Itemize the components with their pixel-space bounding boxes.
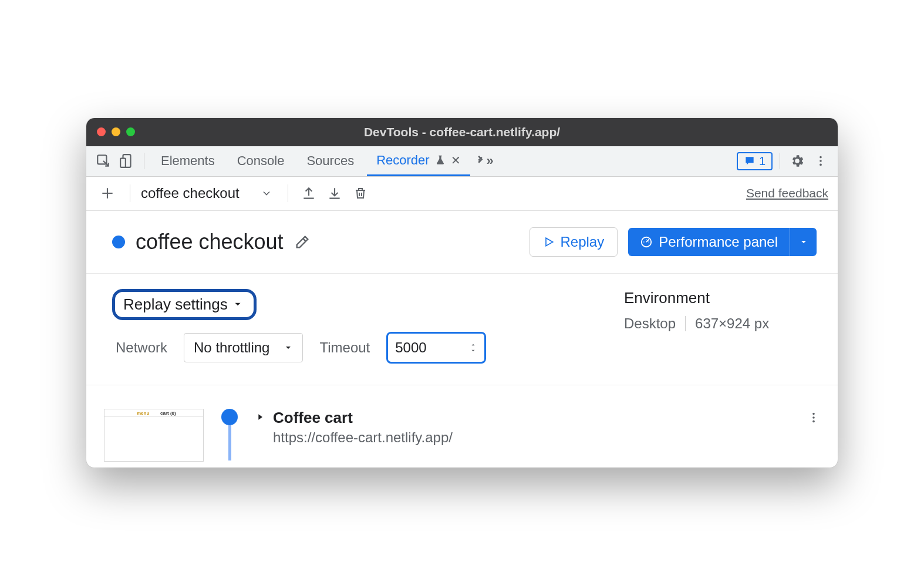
step-thumbnail[interactable]: menucart (0) [104, 409, 204, 462]
svg-point-3 [820, 156, 822, 159]
recording-status-dot [112, 236, 125, 248]
svg-point-7 [812, 412, 815, 415]
settings-icon[interactable] [787, 151, 807, 171]
separator [780, 153, 780, 169]
timeline-dot [221, 409, 238, 425]
recording-name: coffee checkout [141, 185, 240, 201]
tab-label: Elements [161, 153, 215, 169]
performance-panel-button[interactable]: Performance panel [628, 228, 790, 256]
replay-label: Replay [561, 234, 605, 250]
recorder-toolbar: coffee checkout Send feedback [86, 177, 838, 211]
minimize-window-button[interactable] [112, 127, 120, 136]
export-icon[interactable] [299, 183, 319, 203]
performance-dropdown-button[interactable] [790, 228, 817, 256]
new-recording-button[interactable] [96, 181, 119, 205]
step-title: Coffee cart [273, 409, 453, 427]
issues-count: 1 [759, 154, 765, 168]
chevron-down-icon [261, 187, 272, 199]
recording-steps: menucart (0) Coffee cart https://coffee-… [86, 385, 838, 468]
performance-label: Performance panel [659, 234, 778, 250]
caret-down-icon [284, 343, 293, 352]
recording-title: coffee checkout [136, 230, 284, 254]
inspect-element-icon[interactable] [93, 151, 113, 171]
network-throttling-select[interactable]: No throttling [184, 333, 303, 362]
more-tabs-icon[interactable]: » [474, 151, 494, 171]
svg-point-8 [812, 416, 815, 419]
svg-rect-2 [120, 159, 126, 167]
caret-down-icon [232, 299, 243, 310]
separator [288, 184, 288, 202]
flask-icon [434, 154, 446, 166]
tab-label: Recorder [376, 153, 429, 168]
performance-button-group: Performance panel [628, 228, 817, 256]
device-toolbar-icon[interactable] [117, 151, 137, 171]
throttling-value: No throttling [194, 339, 269, 356]
window-title: DevTools - coffee-cart.netlify.app/ [86, 125, 838, 139]
edit-title-icon[interactable] [294, 234, 311, 250]
separator [144, 153, 144, 169]
timeout-input[interactable]: 5000 [386, 332, 486, 364]
replay-settings-toggle[interactable]: Replay settings [112, 289, 257, 320]
tab-label: Console [237, 153, 285, 169]
step-url: https://coffee-cart.netlify.app/ [273, 429, 453, 446]
timeout-label: Timeout [319, 339, 370, 356]
recording-selector[interactable]: coffee checkout [141, 185, 277, 201]
titlebar: DevTools - coffee-cart.netlify.app/ [86, 118, 838, 146]
tab-sources[interactable]: Sources [297, 146, 363, 176]
svg-point-9 [812, 420, 815, 422]
tab-console[interactable]: Console [228, 146, 294, 176]
separator [685, 316, 686, 331]
tab-elements[interactable]: Elements [151, 146, 224, 176]
maximize-window-button[interactable] [126, 127, 135, 136]
traffic-lights [97, 127, 135, 136]
close-window-button[interactable] [97, 127, 106, 136]
play-icon [543, 236, 555, 248]
svg-point-4 [820, 160, 822, 162]
devtools-tabstrip: Elements Console Sources Recorder ✕ » 1 [86, 146, 838, 177]
delete-icon[interactable] [350, 183, 370, 203]
stepper-icon[interactable] [469, 342, 477, 354]
replay-settings-panel: Replay settings Network No throttling Ti… [86, 274, 838, 385]
recording-header: coffee checkout Replay Performance panel [86, 211, 838, 274]
separator [130, 184, 130, 202]
replay-button[interactable]: Replay [530, 227, 618, 257]
svg-point-5 [820, 164, 822, 166]
caret-down-icon [799, 237, 808, 247]
tab-label: Sources [306, 153, 354, 169]
devtools-window: DevTools - coffee-cart.netlify.app/ Elem… [86, 118, 838, 468]
gauge-icon [640, 236, 653, 248]
step-menu-icon[interactable] [807, 411, 820, 424]
environment-device: Desktop [624, 315, 676, 332]
replay-settings-label: Replay settings [123, 295, 228, 314]
tab-recorder[interactable]: Recorder ✕ [367, 146, 470, 176]
send-feedback-link[interactable]: Send feedback [746, 186, 828, 200]
message-icon [744, 155, 756, 167]
import-icon[interactable] [325, 183, 345, 203]
environment-heading: Environment [624, 289, 812, 307]
timeline [218, 409, 241, 460]
close-tab-icon[interactable]: ✕ [451, 153, 461, 167]
timeline-line [228, 425, 231, 460]
environment-viewport: 637×924 px [695, 315, 769, 332]
kebab-menu-icon[interactable] [811, 151, 831, 171]
network-label: Network [116, 339, 167, 356]
expand-step-icon[interactable] [255, 412, 265, 422]
issues-badge[interactable]: 1 [737, 152, 773, 170]
timeout-value: 5000 [395, 339, 426, 356]
